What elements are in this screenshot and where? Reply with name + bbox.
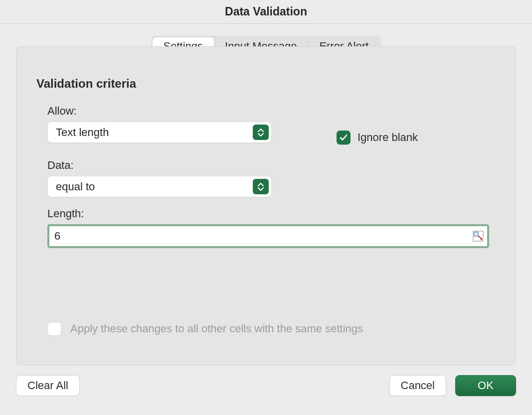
button-bar: Clear All Cancel OK bbox=[0, 375, 532, 396]
data-select[interactable]: equal to bbox=[47, 176, 272, 197]
allow-select-value: Text length bbox=[56, 126, 109, 139]
clear-all-button[interactable]: Clear All bbox=[16, 375, 80, 396]
ok-button[interactable]: OK bbox=[455, 375, 516, 396]
ignore-blank-checkbox[interactable] bbox=[337, 131, 351, 144]
range-picker-icon bbox=[473, 231, 484, 242]
validation-criteria-heading: Validation criteria bbox=[36, 77, 505, 91]
form-area: Allow: Text length Ignore blank Data: eq… bbox=[47, 105, 505, 248]
data-label: Data: bbox=[47, 159, 505, 172]
allow-row: Text length Ignore blank bbox=[47, 122, 505, 153]
chevron-up-down-icon bbox=[253, 179, 269, 194]
apply-all-label: Apply these changes to all other cells w… bbox=[70, 322, 363, 335]
dialog-title: Data Validation bbox=[225, 5, 307, 18]
ok-label: OK bbox=[478, 379, 494, 392]
settings-panel: Validation criteria Allow: Text length I… bbox=[16, 46, 516, 365]
length-label: Length: bbox=[47, 207, 505, 220]
data-select-value: equal to bbox=[56, 180, 95, 193]
clear-all-label: Clear All bbox=[27, 379, 68, 392]
cancel-label: Cancel bbox=[401, 379, 435, 392]
cancel-button[interactable]: Cancel bbox=[389, 375, 446, 396]
ignore-blank-row: Ignore blank bbox=[337, 131, 418, 144]
range-picker-button[interactable] bbox=[472, 230, 484, 242]
length-input-container bbox=[47, 224, 489, 248]
svg-rect-2 bbox=[475, 233, 478, 236]
title-bar: Data Validation bbox=[0, 0, 532, 24]
ignore-blank-label: Ignore blank bbox=[357, 131, 418, 144]
length-input[interactable] bbox=[54, 226, 467, 246]
apply-all-row: Apply these changes to all other cells w… bbox=[47, 322, 363, 336]
check-icon bbox=[339, 133, 348, 142]
allow-select[interactable]: Text length bbox=[47, 122, 272, 143]
chevron-up-down-icon bbox=[253, 125, 269, 140]
right-buttons: Cancel OK bbox=[389, 375, 516, 396]
apply-all-checkbox bbox=[47, 322, 61, 336]
allow-label: Allow: bbox=[47, 105, 505, 118]
